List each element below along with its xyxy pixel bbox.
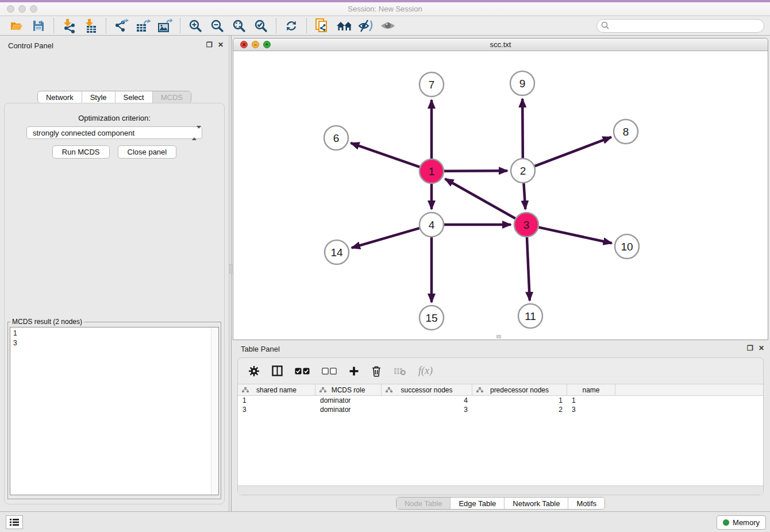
table-cell[interactable]: 2: [472, 405, 567, 414]
table-cell[interactable]: 3: [382, 405, 472, 414]
float-table-panel-icon[interactable]: ❐: [747, 344, 753, 352]
memory-button[interactable]: Memory: [717, 515, 766, 530]
criterion-select[interactable]: strongly connected component: [26, 126, 202, 139]
add-column-icon[interactable]: [349, 366, 359, 376]
refresh-view-icon[interactable]: [284, 18, 299, 33]
row-filler: [615, 396, 763, 405]
table-scrollbar[interactable]: [238, 485, 763, 495]
close-table-panel-icon[interactable]: ✕: [759, 344, 764, 352]
graph-edge-2-9[interactable]: [522, 99, 523, 158]
control-panel-tabbar: Network Style Select MCDS: [37, 91, 191, 103]
select-all-icon[interactable]: [295, 368, 310, 375]
tab-style[interactable]: Style: [82, 91, 115, 103]
open-session-icon[interactable]: [9, 18, 24, 33]
mcds-result-list[interactable]: 1 3: [10, 327, 219, 495]
zoom-out-icon[interactable]: [210, 18, 225, 33]
graph-node-label: 7: [429, 79, 435, 91]
table-row[interactable]: 1dominator411: [238, 396, 763, 405]
status-bar: Memory: [0, 511, 770, 532]
table-cell[interactable]: 1: [567, 396, 615, 405]
tab-select[interactable]: Select: [115, 91, 152, 103]
main-titlebar: Session: New Session: [0, 2, 770, 16]
select-stepper-icon: [192, 129, 199, 137]
close-panel-icon[interactable]: ✕: [218, 41, 224, 49]
search-icon: [601, 21, 610, 30]
toolbar-separator: [276, 18, 276, 33]
export-network-icon[interactable]: [114, 18, 129, 33]
panel-splitter[interactable]: [229, 36, 232, 511]
graph-edge-2-3[interactable]: [523, 183, 525, 209]
graph-edge-3-10[interactable]: [538, 228, 611, 244]
column-header-shared-name[interactable]: shared name: [238, 384, 315, 395]
column-header-predecessor-nodes[interactable]: predecessor nodes: [472, 384, 567, 395]
column-header-name[interactable]: name: [567, 384, 615, 395]
tab-motifs[interactable]: Motifs: [568, 498, 605, 509]
zoom-fit-icon[interactable]: [232, 18, 247, 33]
mcds-result-title: MCDS result (2 nodes): [10, 318, 84, 326]
float-panel-icon[interactable]: ❐: [206, 41, 213, 49]
home-icon[interactable]: [336, 18, 351, 33]
export-image-icon[interactable]: [157, 18, 172, 33]
criterion-value: strongly connected component: [33, 129, 134, 137]
save-session-icon[interactable]: [31, 18, 46, 33]
column-layout-icon[interactable]: [272, 365, 283, 376]
table-cell[interactable]: 3: [238, 405, 315, 414]
search-input[interactable]: [596, 19, 764, 33]
memory-status-icon: [723, 519, 729, 526]
tree-icon: [319, 387, 326, 393]
graph-edge-1-6[interactable]: [351, 143, 419, 167]
view-resize-grip[interactable]: [496, 335, 501, 338]
zoom-in-icon[interactable]: [188, 18, 203, 33]
delete-column-icon[interactable]: [371, 365, 382, 377]
function-builder-icon[interactable]: f(x): [418, 365, 433, 377]
run-mcds-button[interactable]: Run MCDS: [52, 145, 110, 159]
network-window-titlebar[interactable]: ✕ − + scc.txt: [233, 38, 768, 51]
zoom-selected-icon[interactable]: [253, 18, 268, 33]
tab-node-table[interactable]: Node Table: [396, 498, 451, 509]
export-table-icon[interactable]: [136, 18, 151, 33]
gear-icon[interactable]: [248, 365, 260, 377]
graph-node-label: 1: [429, 165, 435, 178]
row-filler: [615, 405, 763, 414]
close-panel-button[interactable]: Close panel: [118, 145, 177, 159]
node-table: shared name MCDS role successor nodes pr…: [238, 384, 763, 495]
network-view-window: ✕ − + scc.txt 7968124314101511: [233, 38, 768, 340]
graph-node-label: 8: [623, 126, 629, 138]
result-scrollbar[interactable]: [211, 327, 218, 495]
table-row[interactable]: 3dominator323: [238, 405, 763, 414]
table-cell[interactable]: 4: [382, 396, 472, 405]
result-line: 1: [13, 329, 215, 338]
graph-edge-1-2[interactable]: [444, 171, 507, 171]
graph-node-label: 14: [330, 246, 343, 259]
graph-node-label: 9: [519, 78, 526, 90]
table-cell[interactable]: dominator: [315, 396, 382, 405]
table-cell[interactable]: 1: [472, 396, 567, 405]
clone-network-icon[interactable]: [314, 18, 329, 33]
tab-edge-table[interactable]: Edge Table: [450, 498, 504, 509]
toolbar-separator: [106, 18, 106, 33]
table-cell[interactable]: dominator: [315, 405, 382, 414]
import-table-icon[interactable]: [83, 18, 98, 33]
import-network-icon[interactable]: [61, 18, 76, 33]
table-cell[interactable]: 1: [238, 396, 315, 405]
column-header-mcds-role[interactable]: MCDS role: [315, 384, 382, 395]
deselect-all-icon[interactable]: [322, 368, 337, 375]
toolbar-separator: [180, 18, 180, 33]
tab-mcds[interactable]: MCDS: [152, 91, 191, 103]
graph-edge-3-1[interactable]: [445, 179, 515, 218]
tree-icon: [476, 387, 483, 393]
table-cell[interactable]: 3: [567, 405, 615, 414]
hide-details-icon[interactable]: [358, 18, 373, 33]
splitter-grip[interactable]: [229, 264, 232, 273]
tab-network-table[interactable]: Network Table: [504, 498, 568, 509]
graph-edge-4-14[interactable]: [352, 228, 419, 248]
delete-table-icon[interactable]: [394, 367, 406, 376]
table-toolbar: f(x): [238, 358, 763, 384]
network-graph-canvas[interactable]: 7968124314101511: [233, 51, 768, 340]
show-details-icon[interactable]: [380, 18, 395, 33]
tab-network[interactable]: Network: [38, 91, 82, 103]
column-header-successor-nodes[interactable]: successor nodes: [382, 384, 472, 395]
task-history-button[interactable]: [6, 515, 23, 529]
graph-edge-3-11[interactable]: [527, 237, 530, 300]
graph-edge-2-8[interactable]: [535, 137, 611, 167]
